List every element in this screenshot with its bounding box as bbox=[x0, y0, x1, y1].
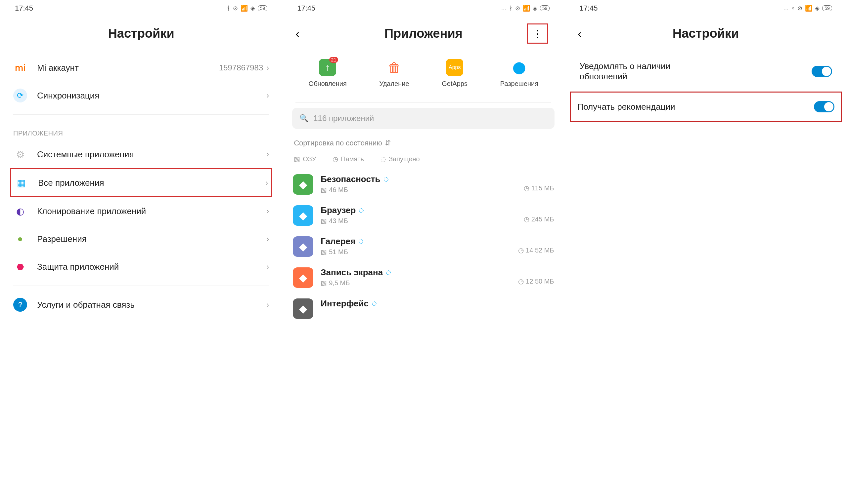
more-options-button[interactable]: ⋮ bbox=[527, 23, 548, 43]
permissions-label: Разрешения bbox=[500, 80, 538, 88]
divider bbox=[13, 286, 269, 286]
app-icon: ◆ bbox=[293, 205, 313, 226]
more-dots-icon: ... bbox=[501, 5, 506, 12]
signal-icon: 📶 bbox=[523, 5, 530, 12]
header: Настройки bbox=[10, 17, 272, 54]
chip-icon: ▧ bbox=[321, 217, 327, 225]
app-list: ◆Безопасность ▧46 МБ◷115 МБ◆Браузер ▧43 … bbox=[292, 169, 554, 324]
mi-account-value: 1597867983 bbox=[219, 63, 263, 72]
app-icon: ◆ bbox=[293, 174, 313, 195]
bluetooth-icon: ᚼ bbox=[791, 5, 795, 12]
back-button[interactable]: ‹ bbox=[295, 27, 299, 40]
mi-account-row[interactable]: ⅿⅰ Mi аккаунт 1597867983 › bbox=[10, 54, 272, 82]
status-bar: 17:45 ... ᚼ ⊘ 📶 ◈ 59 bbox=[292, 0, 554, 17]
mi-icon: ⅿⅰ bbox=[13, 61, 27, 75]
settings-pane: 17:45 ᚼ ⊘ 📶 ◈ 59 Настройки ⅿⅰ Mi аккаунт… bbox=[0, 0, 282, 504]
app-name: Безопасность bbox=[321, 174, 517, 184]
toggle-switch[interactable] bbox=[814, 101, 834, 112]
permissions-row[interactable]: ● Разрешения › bbox=[10, 225, 272, 253]
trash-icon: 🗑 bbox=[386, 59, 403, 76]
app-ram: ▧46 МБ bbox=[321, 186, 517, 194]
app-ram: ▧9,5 МБ bbox=[321, 279, 511, 287]
app-row[interactable]: ◆Браузер ▧43 МБ◷245 МБ bbox=[292, 200, 554, 231]
chip-icon: ▧ bbox=[294, 155, 300, 163]
chevron-right-icon: › bbox=[266, 300, 269, 309]
updates-label: Обновления bbox=[309, 80, 347, 88]
app-ram: ▧51 МБ bbox=[321, 248, 511, 256]
app-name: Запись экрана bbox=[321, 267, 511, 277]
filter-ram[interactable]: ▧ОЗУ bbox=[294, 155, 316, 163]
delete-action[interactable]: 🗑 Удаление bbox=[380, 59, 409, 88]
permissions-action[interactable]: ⬤ Разрешения bbox=[500, 59, 538, 88]
recommendations-row[interactable]: Получать рекомендации bbox=[572, 94, 839, 120]
clock: 17:45 bbox=[297, 4, 315, 13]
clock-icon: ◷ bbox=[524, 215, 530, 223]
updates-action[interactable]: ↑21 Обновления bbox=[309, 59, 347, 88]
back-button[interactable]: ‹ bbox=[578, 27, 581, 40]
chip-icon: ▧ bbox=[321, 279, 327, 287]
spinner-icon bbox=[359, 208, 364, 213]
app-row[interactable]: ◆Безопасность ▧46 МБ◷115 МБ bbox=[292, 169, 554, 200]
app-storage: ◷14,52 МБ bbox=[518, 236, 554, 254]
chip-icon: ▧ bbox=[321, 186, 327, 194]
filter-running[interactable]: ◌Запущено bbox=[380, 155, 420, 163]
search-box[interactable]: 🔍 116 приложений bbox=[292, 108, 554, 129]
clock-icon: ◷ bbox=[518, 246, 524, 254]
page-title: Настройки bbox=[673, 26, 739, 41]
chevron-right-icon: › bbox=[266, 262, 269, 271]
notify-updates-row[interactable]: Уведомлять о наличии обновлений bbox=[574, 54, 837, 89]
clock-icon: ◷ bbox=[332, 155, 338, 163]
app-protection-row[interactable]: ⬣ Защита приложений › bbox=[10, 253, 272, 281]
chevron-right-icon: › bbox=[266, 150, 269, 159]
toggle-switch[interactable] bbox=[812, 66, 832, 77]
clone-icon: ◐ bbox=[13, 204, 27, 218]
clock-icon: ◷ bbox=[524, 184, 530, 192]
app-storage: ◷12,50 МБ bbox=[518, 267, 554, 285]
clone-apps-row[interactable]: ◐ Клонирование приложений › bbox=[10, 197, 272, 225]
header: ‹ Приложения ⋮ bbox=[292, 17, 554, 54]
app-ram: ▧43 МБ bbox=[321, 217, 517, 225]
spinner-icon bbox=[372, 301, 377, 306]
app-row[interactable]: ◆Галерея ▧51 МБ◷14,52 МБ bbox=[292, 231, 554, 262]
spinner-icon bbox=[384, 177, 388, 182]
chevron-right-icon: › bbox=[266, 63, 269, 72]
chip-icon: ▧ bbox=[321, 248, 327, 256]
search-placeholder: 116 приложений bbox=[313, 114, 374, 123]
all-apps-row[interactable]: ▦ Все приложения › bbox=[10, 168, 272, 197]
spinner-icon bbox=[386, 270, 391, 275]
app-storage: ◷245 МБ bbox=[524, 205, 554, 223]
clone-apps-label: Клонирование приложений bbox=[37, 206, 266, 216]
status-icons: ᚼ ⊘ 📶 ◈ 59 bbox=[227, 5, 268, 12]
section-header: ПРИЛОЖЕНИЯ bbox=[10, 120, 272, 141]
sync-label: Синхронизация bbox=[37, 91, 266, 101]
sort-arrows-icon: ⇵ bbox=[385, 139, 391, 147]
wifi-icon: ◈ bbox=[815, 5, 819, 12]
battery-icon: 59 bbox=[540, 5, 550, 11]
chevron-right-icon: › bbox=[266, 91, 269, 100]
sort-selector[interactable]: Сортировка по состоянию ⇵ bbox=[292, 137, 554, 152]
divider bbox=[295, 103, 551, 103]
getapps-action[interactable]: Apps GetApps bbox=[442, 59, 467, 88]
apps-icon: Apps bbox=[446, 59, 463, 76]
app-row[interactable]: ◆Запись экрана ▧9,5 МБ◷12,50 МБ bbox=[292, 262, 554, 293]
notify-label: Уведомлять о наличии обновлений bbox=[579, 61, 705, 82]
system-apps-row[interactable]: ⚙ Системные приложения › bbox=[10, 141, 272, 168]
sync-icon: ⟳ bbox=[13, 89, 27, 103]
divider bbox=[13, 114, 269, 115]
system-apps-label: Системные приложения bbox=[37, 149, 266, 160]
filter-storage[interactable]: ◷Память bbox=[332, 155, 364, 163]
battery-icon: 59 bbox=[822, 5, 832, 11]
all-apps-label: Все приложения bbox=[38, 178, 265, 188]
sync-row[interactable]: ⟳ Синхронизация › bbox=[10, 82, 272, 109]
services-row[interactable]: ? Услуги и обратная связь › bbox=[10, 291, 272, 319]
status-icons: ... ᚼ ⊘ 📶 ◈ 59 bbox=[501, 5, 550, 12]
services-label: Услуги и обратная связь bbox=[37, 300, 266, 310]
more-dots-icon: ... bbox=[783, 5, 789, 12]
wifi-icon: ◈ bbox=[533, 5, 537, 12]
app-name: Интерфейс bbox=[321, 299, 554, 309]
chevron-right-icon: › bbox=[265, 178, 268, 187]
app-row[interactable]: ◆Интерфейс bbox=[292, 293, 554, 324]
app-icon: ◆ bbox=[293, 236, 313, 257]
grid-icon: ▦ bbox=[14, 176, 28, 190]
sort-label: Сортировка по состоянию bbox=[294, 139, 382, 147]
